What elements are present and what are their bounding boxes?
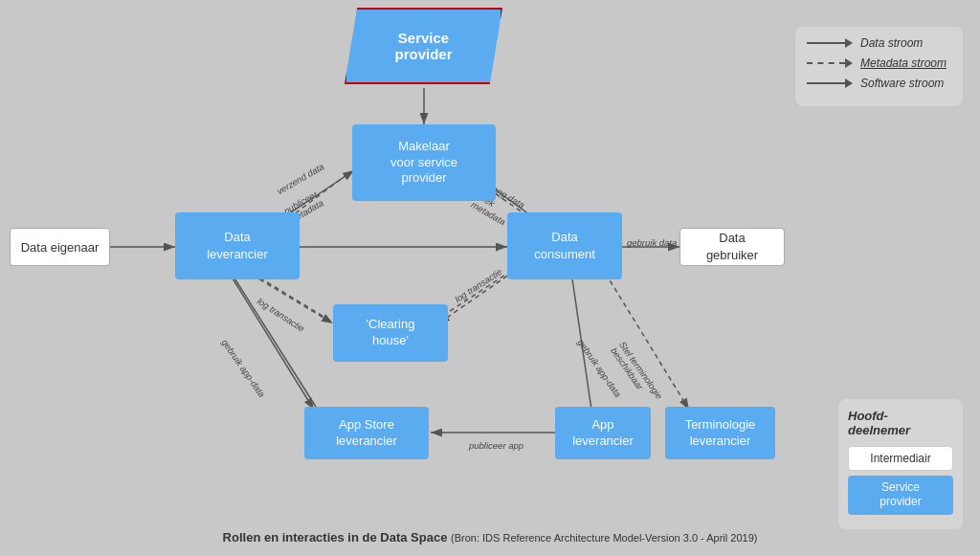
label-log-transactie-right: log transactie (453, 266, 503, 304)
label-verzend-data: verzend data (275, 161, 325, 196)
roles-service-provider: Service provider (848, 476, 953, 515)
svg-line-12 (435, 266, 519, 321)
label-publiceer-app: publiceer app (469, 440, 523, 451)
svg-line-17 (570, 266, 591, 410)
roles-intermediair: Intermediair (848, 446, 953, 471)
legend-software-stroom: Software stroom (807, 77, 951, 90)
footer: Rollen en interacties in de Data Space (… (223, 530, 758, 545)
data-eigenaar-node: Data eigenaar (10, 228, 110, 266)
legend-software-label: Software stroom (860, 77, 944, 90)
legend-data-stroom-label: Data stroom (860, 36, 923, 50)
label-gebruik-app-data-left: gebruik app-data (219, 337, 267, 399)
data-gebruiker-node: Data gebruiker (679, 228, 785, 266)
label-log-transactie-left: log transactie (256, 296, 306, 334)
legend-box: Data stroom Metadata stroom Software str… (795, 27, 963, 106)
app-leverancier-node: App leverancier (555, 407, 651, 459)
terminologie-node: Terminologie leverancier (665, 407, 775, 459)
makelaar-node: Makelaar voor service provider (352, 124, 496, 201)
svg-line-13 (225, 266, 314, 410)
clearing-house-node: 'Clearing house' (333, 304, 448, 362)
app-store-node: App Store leverancier (304, 407, 429, 459)
data-leverancier-node: Data leverancier (175, 212, 300, 279)
legend-metadata-stroom: Metadata stroom (807, 56, 951, 70)
svg-line-14 (227, 266, 316, 407)
diagram-container: autoriseer verzend data publiceermetadat… (0, 0, 980, 556)
footer-sub: (Bron: IDS Reference Architecture Model-… (451, 532, 757, 544)
legend-metadata-label: Metadata stroom (860, 56, 947, 70)
data-consument-node: Data consument (507, 212, 622, 279)
roles-legend-box: Hoofd- deelnemer Intermediair Service pr… (838, 399, 963, 529)
legend-data-stroom: Data stroom (807, 36, 951, 50)
footer-main: Rollen en interacties in de Data Space (223, 530, 448, 545)
roles-legend-title: Hoofd- deelnemer (848, 409, 953, 438)
label-gebruik-data: gebruik data (627, 237, 677, 248)
service-provider-top-node: Service provider (345, 8, 502, 84)
